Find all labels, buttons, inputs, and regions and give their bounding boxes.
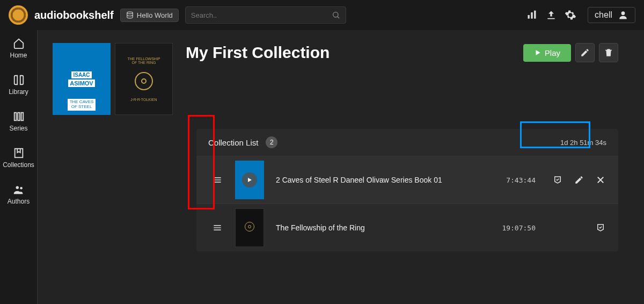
pencil-icon	[574, 175, 584, 185]
page-title: My First Collection	[186, 44, 330, 62]
sidebar-item-home[interactable]: Home	[0, 30, 37, 67]
sidebar-label: Home	[10, 52, 27, 59]
search-box[interactable]	[185, 6, 346, 24]
delete-collection-button[interactable]	[599, 43, 618, 62]
svg-rect-2	[528, 15, 530, 19]
collection-list-title: Collection List	[208, 138, 258, 147]
close-icon	[596, 175, 605, 185]
sidebar-item-authors[interactable]: Authors	[0, 176, 37, 213]
play-icon	[246, 177, 253, 183]
item-title: The Fellowship of the Ring	[268, 223, 487, 232]
cover-thumbnail[interactable]: THE FELLOWSHIP OF THE RING J·R·R·TOLKIEN	[115, 43, 173, 115]
database-icon	[126, 11, 134, 19]
home-icon	[13, 38, 25, 49]
svg-point-1	[333, 12, 338, 17]
bar-chart-icon	[526, 10, 537, 20]
collection-row[interactable]: The Fellowship of the Ring 19:07:50	[196, 204, 618, 251]
gear-icon	[565, 9, 576, 21]
library-selector[interactable]: Hello World	[120, 9, 179, 22]
collection-row[interactable]: 2 Caves of Steel R Daneel Olivaw Series …	[196, 156, 618, 204]
settings-button[interactable]	[564, 9, 577, 21]
sidebar-label: Collections	[3, 161, 34, 169]
search-input[interactable]	[191, 11, 332, 19]
drag-handle[interactable]	[204, 222, 231, 233]
collection-total-duration: 1d 2h 51m 34s	[560, 139, 606, 147]
drag-handle[interactable]	[204, 175, 231, 185]
cover-thumbnail[interactable]: ISAAC ASIMOV THE CAVES OF STEEL	[53, 43, 111, 115]
sidebar-nav: Home Library Series Collections Authors	[0, 30, 38, 304]
edit-item-button[interactable]	[574, 175, 584, 185]
app-logo[interactable]	[9, 5, 28, 25]
play-item-button[interactable]	[242, 172, 257, 187]
item-duration: 7:43:44	[487, 176, 536, 184]
top-toolbar: audiobookshelf Hello World chell	[0, 0, 644, 30]
item-duration: 19:07:50	[487, 224, 536, 232]
svg-rect-3	[531, 12, 532, 19]
mark-read-button[interactable]	[553, 175, 562, 185]
svg-point-0	[127, 12, 133, 14]
svg-point-11	[16, 186, 19, 190]
svg-rect-10	[14, 149, 23, 158]
svg-rect-4	[534, 11, 536, 19]
upload-icon	[546, 10, 557, 20]
sidebar-label: Series	[9, 125, 27, 132]
remove-item-button[interactable]	[596, 175, 605, 185]
svg-rect-9	[21, 113, 23, 121]
search-icon	[332, 11, 340, 19]
trash-icon	[604, 48, 613, 57]
user-name: chell	[595, 10, 612, 20]
book-icon	[13, 74, 25, 86]
collection-list-panel: Collection List 2 1d 2h 51m 34s 2 Caves …	[196, 129, 618, 251]
upload-button[interactable]	[545, 9, 558, 21]
library-name: Hello World	[137, 11, 173, 19]
mark-read-button[interactable]	[596, 223, 605, 233]
svg-point-12	[20, 187, 23, 190]
person-icon	[618, 10, 628, 20]
drag-icon	[212, 222, 223, 233]
svg-rect-5	[547, 18, 554, 19]
bookmark-stack-icon	[13, 147, 25, 159]
pencil-icon	[580, 48, 590, 57]
collection-list-header: Collection List 2 1d 2h 51m 34s	[196, 129, 618, 156]
drag-icon	[212, 175, 223, 185]
user-menu[interactable]: chell	[588, 7, 635, 23]
stats-button[interactable]	[525, 9, 538, 21]
svg-rect-7	[14, 113, 16, 121]
main-content: ISAAC ASIMOV THE CAVES OF STEEL THE FELL…	[38, 30, 644, 304]
shield-check-icon	[553, 175, 562, 185]
collection-count-badge: 2	[266, 136, 277, 148]
people-icon	[13, 184, 25, 196]
sidebar-label: Library	[9, 88, 28, 96]
edit-collection-button[interactable]	[575, 43, 595, 62]
shield-check-icon	[596, 223, 605, 233]
sidebar-item-collections[interactable]: Collections	[0, 140, 37, 176]
sidebar-label: Authors	[8, 198, 30, 205]
cover-strip: ISAAC ASIMOV THE CAVES OF STEEL THE FELL…	[53, 43, 173, 115]
app-name: audiobookshelf	[34, 9, 114, 21]
sidebar-item-library[interactable]: Library	[0, 67, 37, 103]
svg-rect-8	[18, 113, 20, 121]
columns-icon	[13, 111, 25, 122]
play-button[interactable]: Play	[523, 44, 571, 62]
item-thumbnail[interactable]	[235, 208, 264, 247]
svg-point-6	[621, 11, 625, 15]
play-icon	[534, 49, 541, 56]
sidebar-item-series[interactable]: Series	[0, 103, 37, 140]
item-title: 2 Caves of Steel R Daneel Olivaw Series …	[268, 176, 487, 184]
